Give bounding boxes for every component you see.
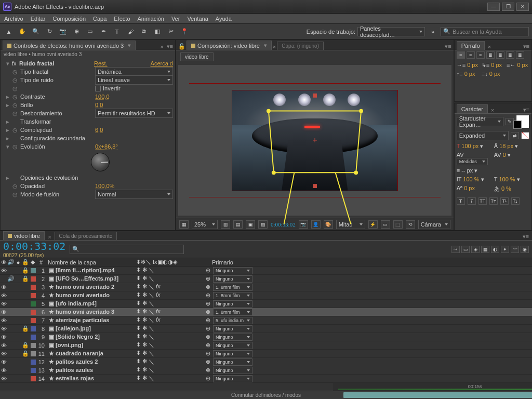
flowchart-icon[interactable]: ⬚ [393, 220, 403, 229]
expand-arrow-icon[interactable]: ▸ [6, 118, 10, 125]
viewer-timecode[interactable]: 0:00:33:02 [271, 221, 296, 228]
layer-name[interactable]: ★ aterrizaje particulas [47, 317, 135, 324]
workspace-select[interactable]: Paneles desacoplad… [357, 27, 425, 36]
panel-menu-icon[interactable]: ▾≡ [523, 233, 529, 240]
brainstorm-icon[interactable]: ✦ [501, 246, 509, 253]
color-label[interactable] [31, 276, 36, 282]
parent-select[interactable]: Ninguno [213, 325, 252, 332]
color-label[interactable] [31, 376, 36, 381]
color-label[interactable] [31, 301, 36, 307]
layer-row[interactable]: 👁12★ palitos azules 2⬍✻＼⊚Ninguno [0, 358, 532, 366]
visibility-icon[interactable]: 👁 [0, 342, 7, 349]
layer-switches[interactable]: ⬍✻＼ [135, 341, 203, 349]
layer-row[interactable]: 🔊🔒2▣ [UFO So…Effects.mp3]⬍✻＼⊚Ninguno [0, 275, 532, 283]
layer-row[interactable]: 👁14★ estrellas rojas⬍✻＼⊚Ninguno [0, 375, 532, 383]
visibility-icon[interactable]: 👁 [0, 326, 7, 332]
roto-tool-icon[interactable]: ✂ [165, 26, 177, 37]
color-label[interactable] [31, 318, 36, 323]
no-stroke-icon[interactable] [521, 132, 529, 139]
indent-left-value[interactable]: →≡ 0 px [457, 62, 480, 69]
audio-col-icon[interactable]: 🔊 [7, 259, 15, 265]
shy-icon[interactable]: ⤳ [451, 246, 460, 253]
pen-tool-icon[interactable]: ✒ [98, 26, 109, 37]
inner-comp-tab[interactable]: video libre [180, 52, 214, 61]
leading-value[interactable]: Å 18 px ▾ [494, 143, 529, 150]
visibility-icon[interactable]: 👁 [0, 292, 7, 299]
parent-pickwhip-icon[interactable]: ⊚ [203, 300, 213, 307]
visibility-icon[interactable]: 👁 [0, 268, 7, 274]
layer-row[interactable]: 👁13★ palitos azules⬍✻＼⊚Ninguno [0, 366, 532, 375]
justify-right-icon[interactable]: ≣ [506, 51, 514, 59]
visibility-icon[interactable]: 👁 [0, 351, 7, 357]
selection-tool-icon[interactable]: ▲ [3, 26, 15, 37]
rect-tool-icon[interactable]: ▭ [84, 26, 96, 37]
layer-name[interactable]: ★ palitos azules [47, 367, 135, 374]
zoom-tool-icon[interactable]: 🔍 [30, 26, 42, 37]
parent-pickwhip-icon[interactable]: ⊚ [203, 334, 213, 340]
draft3d-icon[interactable]: ◈ [471, 246, 480, 253]
layer-row[interactable]: 👁🔒8▣ [callejon.jpg]⬍✻＼⊚Ninguno [0, 325, 532, 333]
expand-arrow-icon[interactable]: ▾ [6, 143, 10, 150]
layer-name[interactable]: ★ estrellas rojas [47, 375, 135, 382]
stamp-tool-icon[interactable]: ⧉ [138, 26, 150, 37]
parent-pickwhip-icon[interactable]: ⊚ [203, 309, 213, 315]
character-tab[interactable]: Carácter [457, 104, 488, 113]
parent-select[interactable]: Ninguno [213, 350, 252, 357]
brush-tool-icon[interactable]: 🖌 [125, 26, 136, 37]
justify-center-icon[interactable]: ≣ [496, 51, 504, 59]
layer-name[interactable]: ★ humo ovni averiado 3 [47, 309, 135, 315]
color-label[interactable] [31, 351, 36, 356]
layer-switches[interactable]: ⬍✻＼ [135, 325, 203, 332]
layer-switches[interactable]: ⬍✻＼ [135, 350, 203, 357]
graph-editor-icon[interactable]: 〰 [511, 246, 519, 253]
parent-select[interactable]: 5. ufo india.m [213, 317, 252, 324]
property-select[interactable]: Normal [95, 190, 173, 199]
property-select[interactable]: Lineal suave [95, 75, 173, 85]
mask-toggle-icon[interactable]: ▤ [233, 220, 243, 229]
hscale-value[interactable]: T 100 % ▾ [494, 176, 529, 183]
workspace-menu-icon[interactable]: » [427, 26, 438, 37]
parent-select[interactable]: 1. 8mm film [213, 309, 252, 316]
parent-select[interactable]: Ninguno [213, 367, 252, 374]
align-left-icon[interactable]: ≡ [457, 51, 465, 59]
smallcaps-icon[interactable]: Tᴛ [489, 197, 498, 205]
parent-pickwhip-icon[interactable]: ⊚ [203, 350, 213, 357]
anchor-tool-icon[interactable]: ⊕ [71, 26, 82, 37]
paragraph-tab[interactable]: Párrafo [457, 41, 485, 50]
visibility-icon[interactable]: 👁 [0, 367, 7, 374]
channel-icon[interactable]: 👤 [311, 220, 321, 229]
color-mgmt-icon[interactable]: 🎨 [324, 220, 333, 229]
pin-tool-icon[interactable]: 📍 [179, 26, 190, 37]
visibility-icon[interactable]: 👁 [0, 317, 7, 324]
visibility-icon[interactable]: 👁 [0, 376, 7, 382]
property-value[interactable]: 100,0% [95, 183, 114, 189]
layer-name[interactable]: ▣ [callejon.jpg] [47, 325, 135, 332]
justify-all-icon[interactable]: ≣ [516, 51, 524, 59]
parent-pickwhip-icon[interactable]: ⊚ [203, 358, 213, 365]
expand-arrow-icon[interactable]: ▸ [6, 94, 10, 100]
camera-tool-icon[interactable]: 📷 [57, 26, 69, 37]
resolution-select[interactable]: Mitad [336, 220, 365, 229]
effect-name[interactable]: Ruido fractal [19, 60, 92, 66]
parent-pickwhip-icon[interactable]: ⊚ [203, 375, 213, 382]
layer-tab[interactable]: Capa: (ninguno) [277, 42, 324, 50]
property-value[interactable]: 6,0 [95, 127, 103, 133]
stopwatch-icon[interactable]: ◷ [12, 69, 18, 75]
visibility-icon[interactable]: 👁 [0, 334, 7, 340]
stopwatch-icon[interactable]: ◷ [12, 127, 18, 134]
evolution-knob[interactable] [91, 153, 110, 171]
stopwatch-icon[interactable]: ◷ [12, 191, 18, 198]
color-label[interactable] [31, 343, 36, 348]
tsume-value[interactable]: あ 0 % [494, 185, 529, 193]
space-after-value[interactable]: ≡↓ 0 px [482, 71, 504, 77]
snapshot-icon[interactable]: 📷 [299, 220, 308, 229]
parent-pickwhip-icon[interactable]: ⊚ [203, 342, 213, 349]
layer-name[interactable]: ★ palitos azules 2 [47, 358, 135, 365]
parent-pickwhip-icon[interactable]: ⊚ [203, 317, 213, 324]
layer-row[interactable]: 👁3★ humo ovni averiado 2⬍✻＼fx⊚1. 8mm fil… [0, 283, 532, 291]
parent-pickwhip-icon[interactable]: ⊚ [203, 284, 213, 290]
vscale-value[interactable]: IT 100 % ▾ [457, 176, 492, 183]
eraser-tool-icon[interactable]: ◧ [152, 26, 163, 37]
panel-menu-icon[interactable]: ▾≡ [167, 43, 173, 50]
parent-select[interactable]: Ninguno [213, 342, 252, 349]
